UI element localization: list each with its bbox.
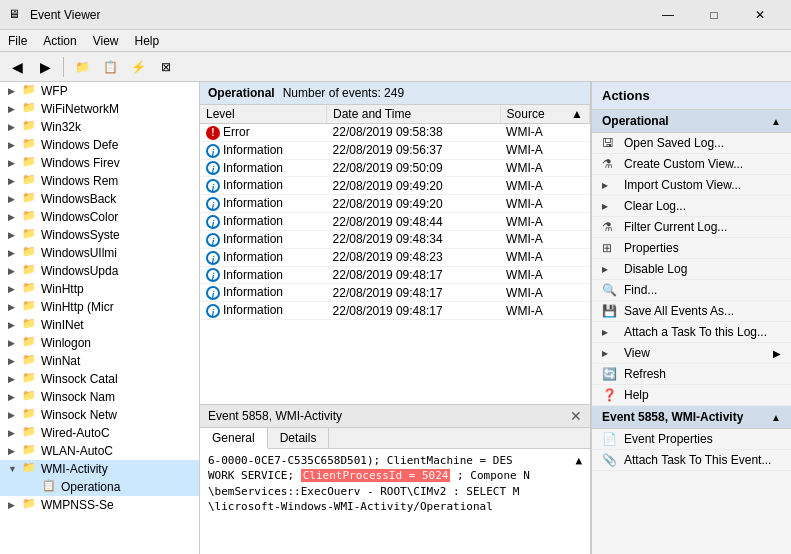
menu-action[interactable]: Action	[35, 32, 84, 50]
action-item[interactable]: 💾Save All Events As...	[592, 301, 791, 322]
tree-item[interactable]: ▶📁WindowsUpda	[0, 262, 199, 280]
tab-general[interactable]: General	[200, 428, 268, 449]
actions-section-header[interactable]: Operational▲	[592, 110, 791, 133]
table-row[interactable]: iInformation22/08/2019 09:50:09WMI-A	[200, 159, 590, 177]
minimize-button[interactable]: —	[645, 0, 691, 30]
chevron-icon: ▶	[8, 392, 22, 402]
action-label: Find...	[624, 283, 657, 297]
tree-item[interactable]: ▶📁Windows Firev	[0, 154, 199, 172]
table-row[interactable]: iInformation22/08/2019 09:48:23WMI-A	[200, 248, 590, 266]
tree-item[interactable]: ▶📁WinNat	[0, 352, 199, 370]
event-detail-close-button[interactable]: ✕	[570, 408, 582, 424]
action-item[interactable]: ❓Help	[592, 385, 791, 406]
action-item[interactable]: ⚗Create Custom View...	[592, 154, 791, 175]
tree-item[interactable]: ▶📁WiFiNetworkM	[0, 100, 199, 118]
tree-item[interactable]: ▶📁WinHttp	[0, 280, 199, 298]
events-count: Number of events: 249	[283, 86, 404, 100]
tree-item[interactable]: ▶📁WLAN-AutoC	[0, 442, 199, 460]
toolbar-back[interactable]: ◀	[4, 55, 30, 79]
tree-item-label: Winsock Netw	[41, 408, 117, 422]
table-row[interactable]: iInformation22/08/2019 09:48:17WMI-A	[200, 302, 590, 320]
chevron-icon: ▶	[8, 176, 22, 186]
tree-item[interactable]: ▶📁WinHttp (Micr	[0, 298, 199, 316]
tree-item[interactable]: ▶📁WindowsBack	[0, 190, 199, 208]
action-item[interactable]: ⊞Properties	[592, 238, 791, 259]
menu-view[interactable]: View	[85, 32, 127, 50]
table-row[interactable]: iInformation22/08/2019 09:56:37WMI-A	[200, 141, 590, 159]
tree-item-label: WMI-Activity	[41, 462, 108, 476]
event-datetime: 22/08/2019 09:58:38	[327, 124, 501, 142]
tree-item[interactable]: ▶📁Wired-AutoC	[0, 424, 199, 442]
chevron-icon: ▶	[8, 248, 22, 258]
action-item[interactable]: 🔄Refresh	[592, 364, 791, 385]
tree-item[interactable]: ▶📁WinINet	[0, 316, 199, 334]
tree-item[interactable]: ▼📁WMI-Activity	[0, 460, 199, 478]
tree-item[interactable]: ▶📁WFP	[0, 82, 199, 100]
action-item[interactable]: ⚗Filter Current Log...	[592, 217, 791, 238]
action-item[interactable]: 🖫Open Saved Log...	[592, 133, 791, 154]
folder-icon: 📁	[22, 425, 38, 441]
action-item[interactable]: ▸Disable Log	[592, 259, 791, 280]
tree-item[interactable]: ▶📁Windows Defe	[0, 136, 199, 154]
toolbar-forward[interactable]: ▶	[32, 55, 58, 79]
action-item[interactable]: ▸Import Custom View...	[592, 175, 791, 196]
folder-icon: 📁	[22, 353, 38, 369]
close-button[interactable]: ✕	[737, 0, 783, 30]
action-icon: 🔍	[602, 283, 618, 297]
col-source[interactable]: Source▲	[500, 105, 589, 124]
tree-item[interactable]: ▶📁Winsock Netw	[0, 406, 199, 424]
col-level[interactable]: Level	[200, 105, 327, 124]
toolbar-properties[interactable]: 📋	[97, 55, 123, 79]
chevron-icon: ▶	[8, 500, 22, 510]
menu-file[interactable]: File	[0, 32, 35, 50]
tree-item-label: WindowsBack	[41, 192, 116, 206]
action-item[interactable]: ▸View▶	[592, 343, 791, 364]
tree-item[interactable]: ▶📁WindowsSyste	[0, 226, 199, 244]
action-item[interactable]: ▸Attach a Task To this Log...	[592, 322, 791, 343]
events-table-container[interactable]: Level Date and Time Source▲ !Error22/08/…	[200, 105, 590, 404]
tree-item[interactable]: ▶📁Winsock Catal	[0, 370, 199, 388]
tree-item[interactable]: ▶📁Windows Rem	[0, 172, 199, 190]
event-datetime: 22/08/2019 09:48:17	[327, 302, 501, 320]
toolbar-view[interactable]: ⊠	[153, 55, 179, 79]
table-row[interactable]: iInformation22/08/2019 09:48:17WMI-A	[200, 284, 590, 302]
table-row[interactable]: iInformation22/08/2019 09:48:44WMI-A	[200, 213, 590, 231]
tree-item[interactable]: ▶📁WindowsColor	[0, 208, 199, 226]
action-item[interactable]: 📎Attach Task To This Event...	[592, 450, 791, 471]
toolbar-filter[interactable]: ⚡	[125, 55, 151, 79]
chevron-icon: ▶	[8, 122, 22, 132]
action-item[interactable]: 📄Event Properties	[592, 429, 791, 450]
tree-item[interactable]: ▶📁Winlogon	[0, 334, 199, 352]
section-title: Event 5858, WMI-Activity	[602, 410, 743, 424]
actions-section-header[interactable]: Event 5858, WMI-Activity▲	[592, 406, 791, 429]
tree-item-label: Win32k	[41, 120, 81, 134]
table-row[interactable]: iInformation22/08/2019 09:48:17WMI-A	[200, 266, 590, 284]
folder-icon: 📁	[22, 461, 38, 477]
table-row[interactable]: iInformation22/08/2019 09:49:20WMI-A	[200, 177, 590, 195]
event-source: WMI-A	[500, 177, 589, 195]
table-row[interactable]: iInformation22/08/2019 09:49:20WMI-A	[200, 195, 590, 213]
toolbar-open[interactable]: 📁	[69, 55, 95, 79]
tree-item[interactable]: ▶📁WindowsUIlmi	[0, 244, 199, 262]
tree-item-label: Operationa	[61, 480, 120, 494]
table-row[interactable]: iInformation22/08/2019 09:48:34WMI-A	[200, 230, 590, 248]
action-icon: ⚗	[602, 220, 618, 234]
folder-icon: 📁	[22, 497, 38, 513]
tree-item[interactable]: 📋Operationa	[0, 478, 199, 496]
tree-item[interactable]: ▶📁Winsock Nam	[0, 388, 199, 406]
tree-item[interactable]: ▶📁WMPNSS-Se	[0, 496, 199, 514]
tab-details[interactable]: Details	[268, 428, 330, 448]
maximize-button[interactable]: □	[691, 0, 737, 30]
col-datetime[interactable]: Date and Time	[327, 105, 501, 124]
action-label: View	[624, 346, 650, 360]
table-row[interactable]: !Error22/08/2019 09:58:38WMI-A	[200, 124, 590, 142]
action-item[interactable]: ▸Clear Log...	[592, 196, 791, 217]
action-item[interactable]: 🔍Find...	[592, 280, 791, 301]
folder-icon: 📁	[22, 227, 38, 243]
event-level: !Error	[200, 124, 327, 142]
menu-help[interactable]: Help	[127, 32, 168, 50]
info-icon: i	[206, 144, 220, 158]
tree-item[interactable]: ▶📁Win32k	[0, 118, 199, 136]
action-icon: 📎	[602, 453, 618, 467]
info-icon: i	[206, 286, 220, 300]
